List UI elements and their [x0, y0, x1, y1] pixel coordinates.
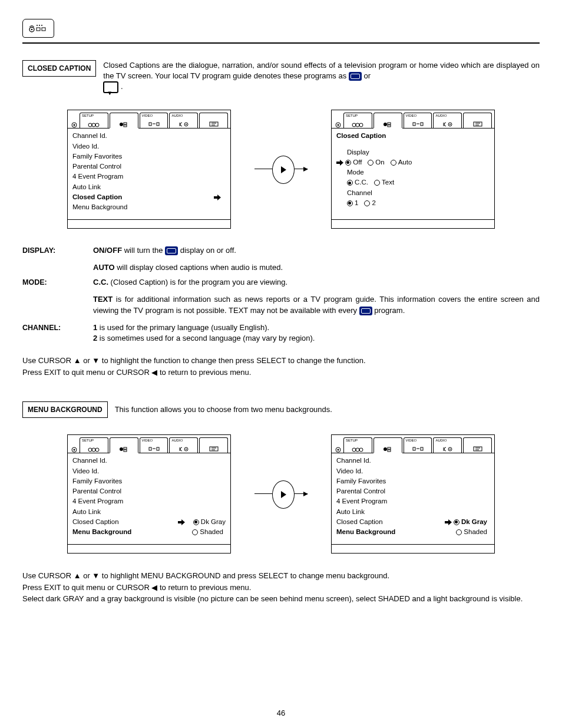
channel-def-body: 1 is used for the primary language (usua…	[93, 322, 540, 345]
svg-rect-14	[124, 125, 127, 127]
menu-tabs: SETUPVIDEOAUDIO	[68, 435, 230, 453]
cc-badge-icon	[165, 246, 178, 255]
svg-marker-23	[214, 195, 221, 200]
svg-marker-24	[281, 166, 286, 173]
svg-rect-15	[149, 123, 151, 126]
svg-point-11	[95, 123, 99, 127]
svg-rect-52	[157, 447, 159, 450]
svg-rect-20	[210, 122, 218, 126]
channel-def-label: CHANNEL:	[22, 322, 88, 345]
svg-rect-6	[42, 28, 45, 31]
menu-bg-panel-right: SETUPVIDEOAUDIO Channel Id.Video Id.Fami…	[331, 434, 495, 554]
menu-bg-panel-left: SETUPVIDEOAUDIO Channel Id.Video Id.Fami…	[67, 434, 231, 554]
cc-submenu: Closed CaptionDisplay OffOnAutoModeC.C.T…	[332, 129, 494, 219]
menu-bg-list-right: Channel Id.Video Id.Family FavoritesPare…	[332, 453, 494, 544]
svg-point-63	[356, 448, 359, 452]
svg-marker-41	[336, 160, 343, 166]
svg-point-10	[92, 123, 95, 127]
menu-tabs: SETUPVIDEOAUDIO	[332, 435, 494, 453]
svg-point-27	[352, 123, 356, 127]
svg-point-4	[41, 25, 42, 26]
svg-point-65	[384, 447, 387, 451]
svg-rect-70	[421, 447, 423, 450]
menu-background-intro: This function allows you to choose from …	[115, 404, 540, 415]
menu-background-heading: MENU BACKGROUND	[22, 401, 108, 418]
cc-badge-icon	[359, 307, 372, 315]
svg-rect-31	[388, 123, 391, 124]
setup-menu-panel-left: SETUPVIDEOAUDIO Channel Id.Video Id.Fami…	[67, 110, 231, 229]
svg-point-28	[356, 123, 359, 127]
svg-point-26	[338, 124, 339, 126]
svg-rect-38	[474, 122, 482, 126]
mode-def-label: MODE:	[22, 277, 88, 317]
svg-rect-48	[124, 447, 127, 449]
closed-caption-intro: Closed Captions are the dialogue, narrat…	[103, 60, 540, 93]
svg-rect-33	[413, 123, 415, 126]
svg-point-30	[384, 123, 387, 126]
svg-marker-59	[281, 491, 286, 498]
svg-point-61	[338, 449, 339, 451]
header-divider	[22, 42, 540, 44]
svg-point-2	[37, 25, 38, 26]
closed-caption-submenu-panel: SETUPVIDEOAUDIO Closed CaptionDisplay Of…	[331, 110, 495, 229]
svg-point-43	[74, 449, 75, 451]
svg-rect-5	[37, 28, 40, 31]
svg-point-12	[120, 123, 123, 126]
svg-rect-68	[413, 447, 415, 450]
navigation-instructions: Use CURSOR ▲ or ▼ to highlight the funct…	[22, 355, 540, 378]
page-number: 46	[0, 709, 562, 717]
brand-logo	[22, 19, 54, 38]
svg-point-45	[92, 448, 95, 452]
svg-rect-17	[157, 123, 159, 126]
cc-badge-icon	[349, 72, 362, 81]
svg-point-1	[31, 29, 33, 31]
svg-point-47	[120, 447, 123, 451]
svg-rect-35	[421, 123, 423, 126]
svg-point-29	[359, 123, 363, 127]
closed-caption-heading: CLOSED CAPTION	[22, 60, 96, 77]
svg-point-72	[449, 449, 451, 450]
svg-point-37	[449, 124, 451, 125]
svg-rect-73	[474, 447, 482, 451]
menu-list: Channel Id.Video Id.Family FavoritesPare…	[68, 129, 230, 219]
menu-tabs: SETUPVIDEOAUDIO	[332, 110, 494, 129]
svg-point-9	[88, 123, 92, 127]
mode-def-body: C.C. (Closed Caption) is for the program…	[93, 277, 540, 317]
svg-rect-67	[388, 450, 391, 452]
display-def-body: ON/OFF will turn the display on or off. …	[93, 245, 540, 274]
svg-point-8	[74, 124, 75, 126]
speech-bubble-icon	[103, 81, 118, 93]
svg-rect-55	[210, 447, 218, 451]
svg-marker-76	[445, 519, 452, 525]
svg-rect-32	[388, 125, 391, 127]
navigation-instructions-2: Use CURSOR ▲ or ▼ to highlight MENU BACK…	[22, 570, 540, 605]
menu-bg-list-left: Channel Id.Video Id.Family FavoritesPare…	[68, 453, 230, 544]
svg-point-54	[186, 449, 187, 450]
svg-rect-50	[149, 447, 151, 450]
display-def-label: DISPLAY:	[22, 245, 88, 274]
svg-rect-49	[124, 450, 127, 452]
svg-rect-13	[124, 123, 127, 124]
svg-point-64	[359, 448, 363, 452]
flow-arrow-icon	[254, 473, 308, 515]
svg-point-44	[88, 448, 92, 452]
svg-point-46	[95, 448, 99, 452]
svg-point-62	[352, 448, 356, 452]
menu-tabs: SETUPVIDEOAUDIO	[68, 110, 230, 129]
svg-rect-66	[388, 447, 391, 449]
svg-point-3	[39, 25, 40, 26]
flow-arrow-icon	[254, 149, 308, 190]
svg-point-19	[186, 124, 187, 125]
svg-marker-58	[178, 519, 185, 525]
